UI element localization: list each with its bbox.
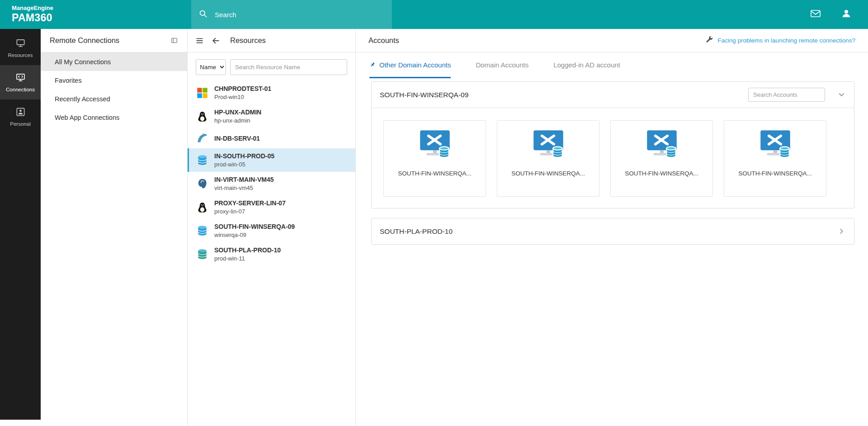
resource-list-item[interactable]: SOUTH-FIN-WINSERQA-09 winserqa-09	[188, 219, 355, 242]
menu-icon[interactable]	[195, 36, 204, 45]
sidebar-item-connections[interactable]: Connections	[0, 65, 41, 99]
collapse-left-icon[interactable]	[211, 36, 220, 45]
resource-name: IN-DB-SERV-01	[214, 135, 260, 142]
database-icon	[196, 154, 208, 166]
account-cards: SOUTH-FIN-WINSERQA... SOUTH-FIN-WINSERQA…	[372, 108, 854, 208]
search-icon	[198, 9, 208, 20]
resource-subtitle: prod-win-11	[214, 255, 281, 262]
sidebar-item-resources[interactable]: Resources	[0, 31, 41, 65]
connections-item-favorites[interactable]: Favorites	[41, 71, 187, 90]
rdp-account-icon	[415, 121, 454, 166]
tab-logged-in-ad-account[interactable]: Logged-in AD account	[553, 52, 620, 78]
resource-name: HP-UNX-ADMIN	[214, 109, 261, 116]
left-sidebar: Resources Connections Personal	[0, 29, 41, 420]
account-card[interactable]: SOUTH-FIN-WINSERQA...	[497, 120, 599, 197]
remote-connections-help-link[interactable]: Facing problems in launching remote conn…	[705, 36, 855, 45]
resource-list-item[interactable]: IN-DB-SERV-01	[188, 128, 355, 148]
global-search-input[interactable]	[214, 10, 385, 19]
resource-subtitle: virt-main-vm45	[214, 185, 274, 191]
connections-list: All My Connections Favorites Recently Ac…	[41, 52, 187, 127]
tab-other-domain-accounts[interactable]: Other Domain Accounts	[369, 52, 451, 78]
resources-panel: Resources Name CHNPRODTEST-01 Prod-win10	[187, 29, 356, 426]
resource-list-item[interactable]: IN-VIRT-MAIN-VM45 virt-main-vm45	[188, 172, 355, 195]
resources-list: CHNPRODTEST-01 Prod-win10 HP-UNX-ADMIN h…	[188, 81, 355, 426]
rdp-account-icon	[642, 121, 681, 166]
brand-pam360: PAM360	[12, 12, 53, 24]
sidebar-item-label: Personal	[10, 121, 30, 127]
database-icon	[196, 225, 208, 237]
chevron-right-icon[interactable]	[837, 227, 846, 236]
rdp-account-icon	[529, 121, 568, 166]
connections-item-label: All My Connections	[55, 58, 111, 66]
account-search-input[interactable]	[748, 88, 825, 102]
account-group-header[interactable]: SOUTH-FIN-WINSERQA-09	[372, 82, 854, 108]
remote-connections-panel: Remote Connections All My Connections Fa…	[41, 29, 187, 426]
account-groups: SOUTH-FIN-WINSERQA-09 SOUTH-FIN-WINSERQA…	[356, 78, 868, 254]
brand-logo[interactable]: ManageEngine PAM360	[0, 5, 53, 24]
mysql-icon	[196, 132, 208, 144]
resources-header: Resources	[188, 29, 355, 52]
connections-item-all-my-connections[interactable]: All My Connections	[41, 52, 187, 71]
accounts-tabs: Other Domain Accounts Domain Accounts Lo…	[356, 52, 868, 78]
connections-item-web-app-connections[interactable]: Web App Connections	[41, 108, 187, 127]
connections-icon	[15, 72, 26, 84]
connections-item-label: Recently Accessed	[55, 95, 110, 103]
connections-item-label: Favorites	[55, 77, 82, 84]
connections-item-label: Web App Connections	[55, 114, 119, 121]
account-group-expanded: SOUTH-FIN-WINSERQA-09 SOUTH-FIN-WINSERQA…	[371, 81, 854, 208]
account-name: SOUTH-FIN-WINSERQA...	[398, 170, 472, 177]
resource-list-item[interactable]: SOUTH-PLA-PROD-10 prod-win-11	[188, 242, 355, 266]
sidebar-item-personal[interactable]: Personal	[0, 99, 41, 134]
resource-subtitle: Prod-win10	[214, 94, 271, 100]
resource-list-item[interactable]: CHNPRODTEST-01 Prod-win10	[188, 81, 355, 104]
resource-name: SOUTH-FIN-WINSERQA-09	[214, 223, 295, 230]
mail-icon[interactable]	[810, 8, 821, 21]
rdp-account-icon	[756, 121, 795, 166]
user-icon[interactable]	[841, 8, 852, 21]
account-name: SOUTH-FIN-WINSERQA...	[511, 170, 585, 177]
account-group-header[interactable]: SOUTH-PLA-PROD-10	[372, 218, 854, 244]
resource-list-item-selected[interactable]: IN-SOUTH-PROD-05 prod-win-05	[188, 148, 355, 172]
global-search	[191, 0, 392, 29]
windows-icon	[196, 87, 208, 99]
main-layout: Resources Connections Personal Remote Co…	[0, 29, 868, 426]
accounts-panel: Accounts Facing problems in launching re…	[356, 29, 868, 426]
resource-sort-select[interactable]: Name	[196, 59, 226, 75]
resource-list-item[interactable]: HP-UNX-ADMIN hp-unx-admin	[188, 104, 355, 128]
dock-panel-icon[interactable]	[170, 37, 178, 44]
account-name: SOUTH-FIN-WINSERQA...	[625, 170, 698, 177]
accounts-header: Accounts Facing problems in launching re…	[356, 29, 868, 52]
postgresql-icon	[196, 178, 208, 190]
resource-list-item[interactable]: PROXY-SERVER-LIN-07 proxy-lin-07	[188, 195, 355, 219]
help-link-label: Facing problems in launching remote conn…	[717, 37, 855, 44]
linux-icon	[196, 201, 208, 213]
sidebar-item-label: Resources	[8, 52, 33, 58]
account-group-collapsed: SOUTH-PLA-PROD-10	[371, 218, 854, 245]
resource-name: IN-SOUTH-PROD-05	[214, 152, 274, 160]
resource-name: IN-VIRT-MAIN-VM45	[214, 176, 274, 183]
tab-label: Other Domain Accounts	[379, 61, 451, 69]
resource-subtitle: prod-win-05	[214, 161, 274, 168]
header-actions	[810, 8, 868, 21]
top-header: ManageEngine PAM360	[0, 0, 868, 29]
account-card[interactable]: SOUTH-FIN-WINSERQA...	[610, 120, 713, 197]
account-card[interactable]: SOUTH-FIN-WINSERQA...	[383, 120, 486, 197]
tab-label: Domain Accounts	[476, 61, 528, 69]
resource-subtitle: hp-unx-admin	[214, 117, 261, 124]
resource-subtitle: proxy-lin-07	[214, 208, 286, 215]
resource-subtitle: winserqa-09	[214, 232, 295, 238]
resource-search-input[interactable]	[230, 59, 347, 75]
pin-icon	[369, 61, 376, 69]
account-card[interactable]: SOUTH-FIN-WINSERQA...	[724, 120, 826, 197]
resource-name: SOUTH-PLA-PROD-10	[214, 246, 281, 254]
account-name: SOUTH-FIN-WINSERQA...	[738, 170, 812, 177]
resources-monitor-icon	[15, 38, 26, 49]
chevron-down-icon[interactable]	[837, 90, 846, 99]
brand-manageengine: ManageEngine	[12, 5, 53, 12]
remote-connections-title: Remote Connections	[50, 36, 119, 45]
resource-name: CHNPRODTEST-01	[214, 85, 271, 92]
resources-filter-row: Name	[188, 52, 355, 81]
connections-item-recently-accessed[interactable]: Recently Accessed	[41, 90, 187, 108]
tab-domain-accounts[interactable]: Domain Accounts	[476, 52, 528, 78]
tab-label: Logged-in AD account	[553, 61, 620, 69]
